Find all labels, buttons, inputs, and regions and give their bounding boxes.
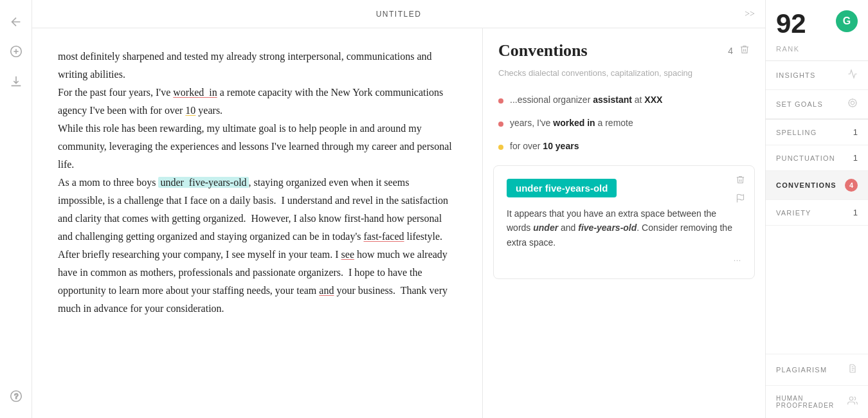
download-icon[interactable] — [7, 72, 25, 90]
rank-label: RANK — [766, 45, 868, 60]
nav-set-goals[interactable]: SET GOALS — [766, 90, 868, 119]
paragraph-5: After briefly researching your company, … — [58, 246, 457, 318]
score-section: 92 G — [766, 0, 868, 45]
nav-punctuation-label: PUNCTUATION — [776, 154, 835, 162]
issue-text-2: years, I've worked in a remote — [510, 118, 633, 128]
add-icon[interactable] — [7, 42, 25, 60]
svg-point-12 — [849, 397, 853, 400]
nav-plagiarism[interactable]: PLAGIARISM — [766, 354, 868, 385]
nav-spelling-label: SPELLING — [776, 129, 817, 136]
nav-human-proofreader[interactable]: HUMANPROOFREADER — [766, 385, 868, 418]
nav-conventions-right: 4 — [845, 179, 858, 192]
human-proofreader-icon — [847, 395, 858, 408]
nav-conventions-label: CONVENTIONS — [776, 181, 836, 189]
document-title: UNTITLED — [376, 10, 422, 19]
expand-icon[interactable]: >> — [745, 9, 755, 19]
worked-in-underline: worked in — [173, 87, 217, 98]
nav-conventions[interactable]: CONVENTIONS 4 — [766, 171, 868, 200]
detail-card-actions — [736, 175, 745, 206]
back-icon[interactable] — [7, 13, 25, 31]
nav-insights-right — [847, 69, 858, 82]
nav-punctuation[interactable]: PUNCTUATION 1 — [766, 145, 868, 171]
left-sidebar: ? — [0, 0, 32, 418]
score-avatar: G — [836, 10, 858, 32]
nav-insights[interactable]: INSIGHTS — [766, 61, 868, 90]
nav-variety[interactable]: VARIETY 1 — [766, 200, 868, 226]
variety-count: 1 — [853, 208, 858, 217]
issue-item-1[interactable]: ...essional organizer assistant at XXX — [483, 88, 765, 111]
set-goals-icon — [847, 98, 858, 111]
issue-text-1: ...essional organizer assistant at XXX — [510, 95, 662, 105]
spelling-count: 1 — [853, 127, 858, 137]
nav-punctuation-right: 1 — [853, 153, 858, 163]
paragraph-3: While this role has been rewarding, my u… — [58, 120, 457, 174]
issue-dot-2 — [498, 122, 503, 127]
plagiarism-icon — [847, 363, 858, 376]
insights-icon — [847, 69, 858, 82]
issue-item-2[interactable]: years, I've worked in a remote — [483, 111, 765, 134]
detail-card: under five-years-old It appears that you… — [493, 165, 755, 279]
issue-item-3[interactable]: for over 10 years — [483, 134, 765, 158]
conventions-count: 4 — [728, 46, 733, 56]
conventions-header: Conventions 4 — [483, 28, 765, 66]
nav-set-goals-label: SET GOALS — [776, 100, 823, 108]
svg-point-7 — [851, 101, 854, 104]
fast-faced-underline: fast-faced — [363, 231, 404, 242]
detail-description: It appears that you have an extra space … — [507, 206, 741, 250]
issue-dot-3 — [498, 145, 503, 150]
nav-plagiarism-label: PLAGIARISM — [776, 366, 827, 374]
paragraph-2: For the past four years, I've worked in … — [58, 84, 457, 120]
see-underline: see — [341, 249, 354, 260]
conventions-trash-icon[interactable] — [739, 44, 750, 57]
under-five-highlight: under five-years-old — [158, 177, 248, 188]
nav-human-proofreader-label: HUMANPROOFREADER — [776, 395, 834, 409]
score-number: 92 — [776, 10, 806, 37]
highlight-phrase: under five-years-old — [507, 179, 617, 197]
and-underline: and — [319, 285, 334, 296]
svg-point-6 — [849, 99, 856, 107]
conventions-header-right: 4 — [728, 44, 750, 57]
help-icon[interactable]: ? — [7, 387, 25, 405]
conventions-subtitle: Checks dialectal conventions, capitaliza… — [483, 66, 765, 88]
nav-variety-label: VARIETY — [776, 209, 811, 217]
right-sidebar: 92 G RANK INSIGHTS SET GOALS SPELLING — [765, 0, 868, 418]
svg-text:?: ? — [14, 392, 18, 400]
10-underline: 10 — [185, 105, 195, 116]
card-trash-icon[interactable] — [736, 175, 745, 187]
nav-variety-right: 1 — [853, 208, 858, 217]
editor-area[interactable]: most definitely sharpened and tested my … — [32, 28, 482, 418]
issue-text-3: for over 10 years — [510, 141, 579, 151]
issue-dot-1 — [498, 98, 503, 104]
top-bar: UNTITLED >> — [32, 0, 765, 28]
conventions-title: Conventions — [498, 41, 588, 60]
nav-spelling[interactable]: SPELLING 1 — [766, 120, 868, 145]
paragraph-1: most definitely sharpened and tested my … — [58, 48, 457, 84]
nav-insights-label: INSIGHTS — [776, 71, 816, 79]
punctuation-count: 1 — [853, 153, 858, 163]
content-panel: most definitely sharpened and tested my … — [32, 28, 765, 418]
nav-spelling-right: 1 — [853, 127, 858, 137]
suggestions-panel: Conventions 4 Checks dialectal conventio… — [482, 28, 765, 418]
nav-set-goals-right — [847, 98, 858, 111]
main-area: UNTITLED >> most definitely sharpened an… — [32, 0, 765, 418]
paragraph-4: As a mom to three boys under five-years-… — [58, 174, 457, 246]
conventions-badge: 4 — [845, 179, 858, 192]
more-options-icon[interactable]: ··· — [507, 256, 741, 266]
card-flag-icon[interactable] — [736, 194, 745, 206]
